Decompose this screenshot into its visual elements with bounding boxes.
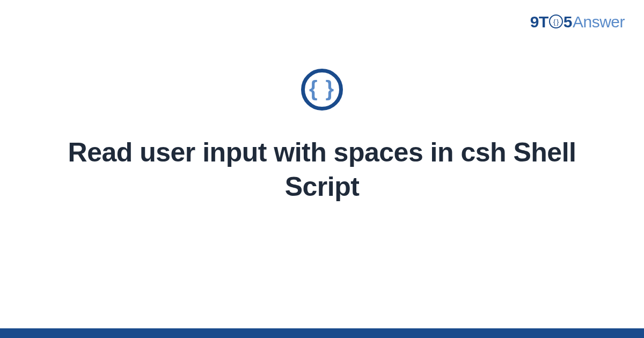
- brand-text-9t: 9T: [530, 13, 548, 31]
- code-braces-icon: { }: [309, 78, 335, 99]
- footer-bar: [0, 328, 644, 338]
- brand-text-answer: Answer: [573, 13, 625, 31]
- page-title: Read user input with spaces in csh Shell…: [38, 135, 606, 204]
- brand-o-inner-braces: { }: [553, 18, 558, 25]
- main-content: { } Read user input with spaces in csh S…: [0, 69, 644, 204]
- brand-text-5: 5: [564, 13, 572, 31]
- brand-o-circle: { }: [549, 14, 563, 28]
- category-icon-circle: { }: [301, 69, 343, 111]
- brand-logo: 9T { } 5 Answer: [530, 13, 625, 31]
